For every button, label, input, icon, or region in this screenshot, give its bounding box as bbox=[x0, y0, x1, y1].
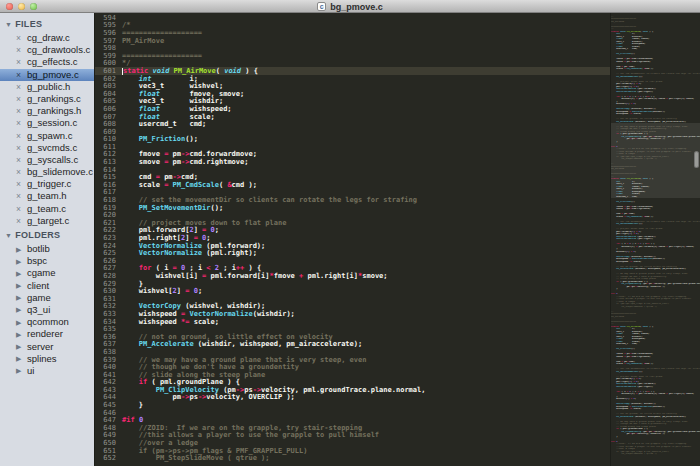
code-editor[interactable]: 594595/*596===================597PM_AirM… bbox=[95, 13, 610, 466]
code-line[interactable]: 637 PM_Accelerate (wishdir, wishspeed, p… bbox=[95, 341, 610, 349]
close-file-icon[interactable]: × bbox=[16, 142, 21, 154]
sidebar-file-g_target.c[interactable]: ×g_target.c bbox=[0, 215, 94, 227]
folder-name-label: qcommon bbox=[27, 316, 69, 327]
sidebar-folder-qcommon[interactable]: ▶qcommon bbox=[0, 316, 94, 328]
close-file-icon[interactable]: × bbox=[16, 215, 21, 227]
scrollbar-thumb[interactable] bbox=[694, 151, 699, 168]
sidebar-file-g_team.c[interactable]: ×g_team.c bbox=[0, 203, 94, 215]
close-file-icon[interactable]: × bbox=[16, 166, 21, 178]
sidebar-file-g_trigger.c[interactable]: ×g_trigger.c bbox=[0, 178, 94, 190]
close-file-icon[interactable]: × bbox=[16, 32, 21, 44]
sidebar-file-g_public.h[interactable]: ×g_public.h bbox=[0, 81, 94, 93]
sidebar-file-bg_pmove.c[interactable]: ×bg_pmove.c bbox=[0, 69, 94, 81]
sidebar-folder-bspc[interactable]: ▶bspc bbox=[0, 255, 94, 267]
sidebar-file-g_rankings.h[interactable]: ×g_rankings.h bbox=[0, 105, 94, 117]
folder-triangle-icon: ▶ bbox=[16, 306, 21, 313]
folder-name-label: game bbox=[27, 292, 51, 303]
minimap-line: wishvel[i] = pml.forward[i]*fmove + pml.… bbox=[611, 246, 700, 249]
folder-name-label: renderer bbox=[27, 328, 63, 339]
sidebar-folder-server[interactable]: ▶server bbox=[0, 341, 94, 353]
code-text: =================== bbox=[122, 52, 202, 60]
code-line[interactable]: 652 PM_StepSlideMove ( qtrue ); bbox=[95, 454, 610, 462]
sidebar-file-g_syscalls.c[interactable]: ×g_syscalls.c bbox=[0, 154, 94, 166]
close-file-icon[interactable]: × bbox=[16, 203, 21, 215]
sidebar-folder-game[interactable]: ▶game bbox=[0, 292, 94, 304]
code-line[interactable]: 616 scale = PM_CmdScale( &cmd ); bbox=[95, 181, 610, 189]
code-line[interactable]: 628 wishvel[i] = pml.forward[i]*fmove + … bbox=[95, 272, 610, 280]
file-name-label: g_team.h bbox=[27, 190, 67, 201]
code-line[interactable]: 645 } bbox=[95, 401, 610, 409]
folder-triangle-icon: ▶ bbox=[16, 355, 21, 362]
code-line[interactable]: 634 wishspeed *= scale; bbox=[95, 318, 610, 326]
minimap[interactable]: /*===================PM_AirMove=========… bbox=[610, 13, 700, 466]
sidebar-folder-botlib[interactable]: ▶botlib bbox=[0, 243, 94, 255]
code-text: } bbox=[122, 401, 143, 409]
sidebar-folder-splines[interactable]: ▶splines bbox=[0, 353, 94, 365]
folder-triangle-icon: ▶ bbox=[16, 258, 21, 265]
close-file-icon[interactable]: × bbox=[16, 154, 21, 166]
close-file-icon[interactable]: × bbox=[16, 69, 21, 81]
titlebar[interactable]: c bg_pmove.c bbox=[0, 0, 700, 13]
sidebar: ▼ FILES ×cg_draw.c×cg_drawtools.c×cg_eff… bbox=[0, 13, 95, 466]
code-text: pm->ps->velocity, OVERCLIP ); bbox=[122, 393, 295, 401]
sidebar-file-g_svcmds.c[interactable]: ×g_svcmds.c bbox=[0, 142, 94, 154]
sidebar-file-g_session.c[interactable]: ×g_session.c bbox=[0, 117, 94, 129]
code-line[interactable]: 594 bbox=[95, 14, 610, 22]
sidebar-folder-cgame[interactable]: ▶cgame bbox=[0, 267, 94, 279]
sidebar-folder-ui[interactable]: ▶ui bbox=[0, 365, 94, 377]
sidebar-file-cg_draw.c[interactable]: ×cg_draw.c bbox=[0, 32, 94, 44]
code-text: wishvel[i] = pml.forward[i]*fmove + pml.… bbox=[122, 272, 388, 280]
sidebar-file-g_spawn.c[interactable]: ×g_spawn.c bbox=[0, 130, 94, 142]
sidebar-file-cg_drawtools.c[interactable]: ×cg_drawtools.c bbox=[0, 44, 94, 56]
code-line[interactable]: 619 PM_SetMovementDir(); bbox=[95, 204, 610, 212]
file-name-label: g_target.c bbox=[27, 215, 69, 226]
close-file-icon[interactable]: × bbox=[16, 56, 21, 68]
file-name-label: cg_drawtools.c bbox=[27, 44, 90, 55]
code-line[interactable]: 610 PM_Friction(); bbox=[95, 136, 610, 144]
line-number[interactable]: 652 bbox=[95, 454, 122, 462]
file-name-label: g_rankings.c bbox=[27, 93, 81, 104]
file-name-label: g_session.c bbox=[27, 117, 77, 128]
code-line[interactable]: 596=================== bbox=[95, 29, 610, 37]
close-file-icon[interactable]: × bbox=[16, 105, 21, 117]
minimap-viewport[interactable] bbox=[611, 123, 700, 198]
code-text: usercmd_t cmd; bbox=[122, 120, 206, 128]
sidebar-file-bg_slidemove.c[interactable]: ×bg_slidemove.c bbox=[0, 166, 94, 178]
file-name-label: g_syscalls.c bbox=[27, 154, 78, 165]
folder-name-label: cgame bbox=[27, 267, 56, 278]
minimap-line: wishvel[i] = pml.forward[i]*fmove + pml.… bbox=[611, 98, 700, 101]
close-file-icon[interactable]: × bbox=[16, 81, 21, 93]
code-line[interactable]: 597PM_AirMove bbox=[95, 37, 610, 45]
sidebar-file-g_team.h[interactable]: ×g_team.h bbox=[0, 190, 94, 202]
file-name-label: g_public.h bbox=[27, 81, 70, 92]
folder-name-label: splines bbox=[27, 353, 57, 364]
close-file-icon[interactable]: × bbox=[16, 93, 21, 105]
c-file-icon: c bbox=[317, 2, 326, 11]
files-section-heading[interactable]: ▼ FILES bbox=[0, 16, 94, 32]
sidebar-folder-renderer[interactable]: ▶renderer bbox=[0, 328, 94, 340]
code-line[interactable]: 613 smove = pm->cmd.rightmove; bbox=[95, 158, 610, 166]
close-file-icon[interactable]: × bbox=[16, 44, 21, 56]
sidebar-folder-client[interactable]: ▶client bbox=[0, 280, 94, 292]
code-line[interactable]: 599=================== bbox=[95, 52, 610, 60]
folders-section-heading[interactable]: ▼ FOLDERS bbox=[0, 227, 94, 243]
code-line[interactable]: 644 pm->ps->velocity, OVERCLIP ); bbox=[95, 394, 610, 402]
code-line[interactable]: 608 usercmd_t cmd; bbox=[95, 120, 610, 128]
close-file-icon[interactable]: × bbox=[16, 190, 21, 202]
code-line[interactable]: 630 wishvel[2] = 0; bbox=[95, 287, 610, 295]
close-file-icon[interactable]: × bbox=[16, 178, 21, 190]
sidebar-file-cg_effects.c[interactable]: ×cg_effects.c bbox=[0, 56, 94, 68]
minimap-content: /*===================PM_AirMove=========… bbox=[611, 13, 700, 456]
sidebar-folder-q3_ui[interactable]: ▶q3_ui bbox=[0, 304, 94, 316]
code-line[interactable]: 646 bbox=[95, 409, 610, 417]
folder-triangle-icon: ▶ bbox=[16, 282, 21, 289]
sidebar-file-g_rankings.c[interactable]: ×g_rankings.c bbox=[0, 93, 94, 105]
close-file-icon[interactable]: × bbox=[16, 130, 21, 142]
code-text: wishspeed *= scale; bbox=[122, 318, 219, 326]
files-heading-label: FILES bbox=[15, 19, 42, 29]
collapse-triangle-icon: ▼ bbox=[5, 232, 12, 239]
code-lines-container: 594595/*596===================597PM_AirM… bbox=[95, 14, 610, 462]
close-file-icon[interactable]: × bbox=[16, 117, 21, 129]
code-line[interactable]: 625 VectorNormalize (pml.right); bbox=[95, 249, 610, 257]
file-name-label: g_svcmds.c bbox=[27, 142, 77, 153]
